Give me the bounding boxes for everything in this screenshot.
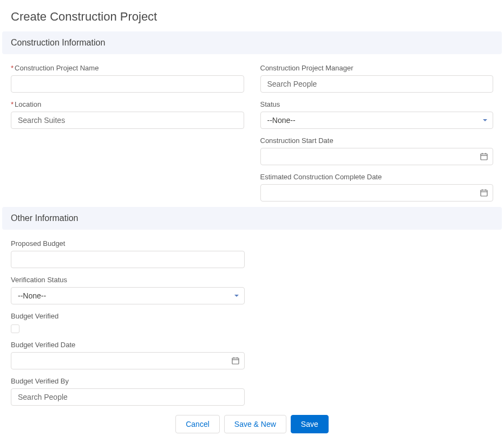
save-button[interactable]: Save xyxy=(291,415,329,433)
field-complete-date: Estimated Construction Complete Date xyxy=(260,173,494,202)
field-status: Status --None-- xyxy=(260,100,494,129)
section-header-construction: Construction Information xyxy=(2,31,502,54)
label-budget-verified: Budget Verified xyxy=(11,312,493,320)
page-title: Create Construction Project xyxy=(0,0,504,31)
label-start-date: Construction Start Date xyxy=(260,136,494,145)
section-header-other: Other Information xyxy=(2,207,502,230)
label-status: Status xyxy=(260,100,494,108)
label-complete-date: Estimated Construction Complete Date xyxy=(260,173,494,181)
field-budget-verified-date: Budget Verified Date xyxy=(11,341,245,369)
date-wrapper-verified-date xyxy=(11,352,245,369)
label-location: *Location xyxy=(11,100,244,108)
label-verification-status: Verification Status xyxy=(11,276,245,284)
input-budget-verified-date[interactable] xyxy=(11,352,245,369)
save-and-new-button[interactable]: Save & New xyxy=(224,415,286,433)
input-location[interactable] xyxy=(11,112,244,129)
footer-actions: Cancel Save & New Save xyxy=(0,408,504,442)
field-verification-status: Verification Status --None-- xyxy=(11,276,245,304)
select-verification-status[interactable]: --None-- xyxy=(11,287,245,304)
construction-form-section: *Construction Project Name *Location Con… xyxy=(0,54,504,207)
input-complete-date[interactable] xyxy=(260,184,494,202)
label-manager: Construction Project Manager xyxy=(260,64,494,72)
input-start-date[interactable] xyxy=(260,148,494,165)
field-project-name: *Construction Project Name xyxy=(11,64,244,93)
field-budget-verified: Budget Verified xyxy=(11,312,493,333)
label-budget-verified-by: Budget Verified By xyxy=(11,377,245,385)
construction-right-col: Construction Project Manager Status --No… xyxy=(260,64,494,202)
label-text: Construction Project Name xyxy=(15,64,99,72)
field-manager: Construction Project Manager xyxy=(260,64,494,93)
input-budget-verified-by[interactable] xyxy=(11,388,245,406)
required-mark: * xyxy=(11,100,14,108)
select-wrapper-verification: --None-- xyxy=(11,287,245,304)
field-budget-verified-by: Budget Verified By xyxy=(11,377,245,406)
date-wrapper-start xyxy=(260,148,494,165)
select-wrapper-status: --None-- xyxy=(260,112,494,129)
select-status[interactable]: --None-- xyxy=(260,112,494,129)
label-text: Location xyxy=(15,100,41,108)
field-proposed-budget: Proposed Budget xyxy=(11,239,245,268)
input-proposed-budget[interactable] xyxy=(11,251,245,268)
field-start-date: Construction Start Date xyxy=(260,136,494,165)
checkbox-budget-verified[interactable] xyxy=(11,324,19,333)
construction-left-col: *Construction Project Name *Location xyxy=(11,64,244,202)
other-form-section: Proposed Budget Verification Status --No… xyxy=(0,230,504,421)
input-project-name[interactable] xyxy=(11,75,244,93)
label-proposed-budget: Proposed Budget xyxy=(11,239,245,248)
required-mark: * xyxy=(11,64,14,72)
cancel-button[interactable]: Cancel xyxy=(175,415,220,433)
label-project-name: *Construction Project Name xyxy=(11,64,244,72)
date-wrapper-complete xyxy=(260,184,494,202)
input-manager[interactable] xyxy=(260,75,494,93)
field-location: *Location xyxy=(11,100,244,129)
label-budget-verified-date: Budget Verified Date xyxy=(11,341,245,349)
